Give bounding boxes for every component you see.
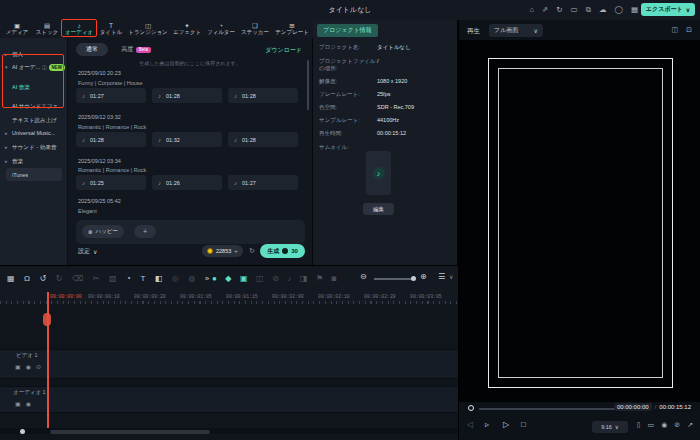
sidebar-item-sound-effects[interactable]: ▸サウンド・効果音 — [0, 141, 68, 153]
tab-stock[interactable]: ▤ストック — [32, 20, 62, 38]
mixer-icon[interactable]: ◫ — [256, 272, 264, 285]
prev-frame-icon[interactable]: ◁ — [467, 420, 473, 429]
stop-icon[interactable]: □ — [521, 420, 526, 429]
eye-icon[interactable]: ◉ — [26, 363, 31, 370]
music-item[interactable]: ♪01:26 — [152, 175, 222, 190]
dual-view-icon[interactable]: ◫ — [672, 26, 679, 34]
zoom-out-icon[interactable]: ⊖ — [360, 272, 367, 281]
edit-thumbnail-button[interactable]: 編集 — [363, 203, 394, 215]
delete-icon[interactable]: ⌫ — [72, 272, 83, 285]
more-tools-icon[interactable]: » — [205, 272, 209, 285]
tab-audio[interactable]: ♪オーディオ — [62, 20, 96, 38]
undo-icon[interactable]: ↺ — [40, 272, 47, 285]
timeline-ruler[interactable]: 00:00:00:00 00:00:00:10 00:00:00:20 00:0… — [0, 292, 458, 304]
mute-icon[interactable]: ⊙ — [36, 363, 41, 370]
tab-title[interactable]: Tタイトル — [96, 20, 126, 38]
audio-track[interactable] — [0, 386, 458, 413]
chevron-down-icon[interactable]: ∨ — [449, 273, 453, 280]
sidebar-item-music[interactable]: ▸音楽 — [0, 155, 68, 167]
timeline-zoom-slider[interactable] — [374, 278, 414, 280]
sidebar-item-ai-audio[interactable]: ▾ AI オーデ... ⓘ NEW — [0, 61, 68, 73]
speed-icon[interactable]: ◔ — [126, 272, 131, 285]
aspect-ratio-dropdown[interactable]: 9:16 ∨ — [592, 421, 628, 433]
video-track[interactable] — [0, 349, 458, 379]
voice-record-icon[interactable]: ● — [212, 272, 217, 285]
audio-stretch-icon[interactable]: ♪ — [287, 272, 291, 285]
sidebar-item-personal[interactable]: ▸個人 — [0, 48, 68, 60]
timeline-scrollbar-thumb[interactable] — [50, 430, 210, 434]
pointer-icon[interactable]: ↗ — [687, 421, 693, 429]
settings-dropdown[interactable]: 設定 ∨ — [78, 247, 97, 256]
music-item[interactable]: ♪01:28 — [228, 88, 298, 103]
tab-transition[interactable]: ◫トランジション — [126, 20, 170, 38]
sync-icon[interactable]: ↻ — [556, 4, 562, 15]
tab-effect[interactable]: ✦エフェクト — [170, 20, 204, 38]
zoom-search-icon[interactable]: ◍ — [188, 272, 195, 285]
add-credits-icon[interactable]: + — [234, 248, 238, 254]
playhead-marker[interactable] — [43, 313, 51, 326]
sidebar-item-itunes[interactable]: iTunes — [6, 168, 62, 181]
playback-quality-dropdown[interactable]: フル画面 ∨ — [489, 24, 543, 37]
marker-icon[interactable]: ⚑ — [316, 272, 323, 285]
sidebar-item-ai-music[interactable]: AI 音楽 — [0, 81, 68, 93]
zoom-slider-knob[interactable] — [411, 276, 416, 281]
tab-media[interactable]: ▣メディア — [2, 20, 32, 38]
sidebar-item-ai-sound-effect[interactable]: AI サウンドエフェ... — [0, 100, 68, 112]
music-item[interactable]: ♪01:28 — [228, 132, 298, 147]
music-item[interactable]: ♪01:32 — [152, 132, 222, 147]
music-item[interactable]: ♪01:28 — [152, 88, 222, 103]
magnet-icon[interactable]: Ω — [24, 272, 30, 285]
mute-icon[interactable]: ◉ — [26, 400, 31, 407]
refresh-icon[interactable]: ↻ — [249, 247, 255, 255]
crop-icon[interactable]: ▧ — [109, 272, 117, 285]
scrubber-track[interactable] — [479, 408, 619, 410]
share-icon[interactable]: ⇗ — [542, 4, 548, 15]
motion-track-icon[interactable]: ◎ — [172, 272, 179, 285]
add-tag-button[interactable]: + — [134, 225, 156, 238]
text-icon[interactable]: T — [140, 272, 145, 285]
content-scrollbar[interactable] — [307, 60, 310, 110]
monitor-icon[interactable]: ▭ — [648, 421, 655, 429]
music-item[interactable]: ♪01:28 — [76, 132, 146, 147]
timeline-scroll-dot[interactable] — [20, 429, 25, 434]
render-preview-icon[interactable]: ▣ — [240, 272, 248, 285]
export-button[interactable]: エクスポート ∨ — [641, 3, 695, 16]
play-start-icon[interactable]: ▹ — [485, 420, 489, 429]
project-info-tab[interactable]: プロジェクト情報 — [317, 24, 378, 37]
tab-normal-mode[interactable]: 通常 — [76, 43, 108, 56]
tab-advanced-mode[interactable]: 高度 Beta — [114, 43, 158, 56]
lock-icon[interactable]: ▣ — [15, 400, 21, 407]
split-icon[interactable]: ✂ — [93, 272, 100, 285]
camera-off-icon[interactable]: ⊘ — [674, 421, 680, 429]
media-manager-icon[interactable]: ▦ — [7, 272, 15, 285]
copy-icon[interactable]: ⧉ — [586, 4, 591, 15]
apps-icon[interactable]: ▦ — [631, 4, 638, 15]
cloud-icon[interactable]: ☁ — [599, 4, 607, 15]
music-item[interactable]: ♪01:27 — [228, 175, 298, 190]
sidebar-item-universal-music[interactable]: ▸Universal Music... — [0, 127, 68, 139]
tag-remove-icon[interactable]: ⊗ — [88, 229, 93, 235]
keyframe-icon[interactable]: ◆ — [225, 272, 231, 285]
fit-view-icon[interactable]: ⊡ — [686, 26, 692, 34]
screen-record-icon[interactable]: ◙ — [332, 272, 337, 285]
phone-icon[interactable]: ▯ — [637, 421, 641, 429]
redo-icon[interactable]: ↻ — [56, 272, 63, 285]
denoise-icon[interactable]: ⊘ — [272, 272, 279, 285]
display-icon[interactable]: ▭ — [571, 4, 578, 15]
sidebar-item-text-to-speech[interactable]: テキスト読み上げ — [0, 114, 68, 126]
mask-icon[interactable]: ◧ — [155, 272, 163, 285]
lock-icon[interactable]: ▣ — [15, 363, 21, 370]
play-icon[interactable]: ▷ — [503, 420, 509, 429]
generate-button[interactable]: 生成 30 — [260, 244, 305, 258]
download-link[interactable]: ダウンロード — [265, 46, 302, 55]
music-item[interactable]: ♪01:25 — [76, 175, 146, 190]
music-item[interactable]: ♪01:27 — [76, 88, 146, 103]
tab-template[interactable]: ⊞テンプレート — [272, 20, 312, 38]
prompt-input[interactable]: ⊗ ハッピー + — [76, 220, 305, 244]
preview-viewport[interactable] — [459, 40, 700, 402]
account-icon[interactable]: ◯ — [615, 4, 623, 15]
tab-sticker[interactable]: ❏ステッカー — [238, 20, 272, 38]
mood-tag-happy[interactable]: ⊗ ハッピー — [82, 225, 124, 238]
store-icon[interactable]: ⌂ — [529, 4, 534, 15]
track-manager-icon[interactable]: ☰ — [438, 272, 445, 281]
